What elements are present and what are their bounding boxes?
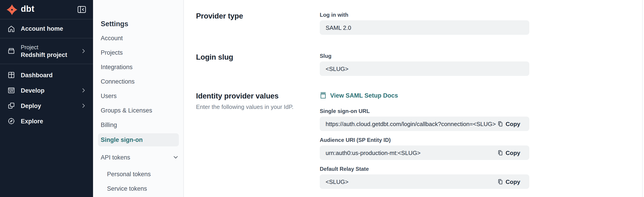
dbt-logo-mark-icon [6,4,18,15]
provider-type-section: Provider type Log in with SAML 2.0 [196,12,529,41]
sidebar-item-label: Explore [21,118,87,124]
login-with-field-group: Log in with SAML 2.0 [320,12,529,35]
api-tokens-submenu: Personal tokens Service tokens [101,164,179,196]
settings-item-users[interactable]: Users [101,89,179,104]
field-label: Slug [320,53,529,59]
copy-icon [497,149,503,156]
explore-icon [7,117,15,125]
identity-provider-values-section: Identity provider values Enter the follo… [196,92,529,195]
settings-title: Settings [101,20,179,31]
copy-button[interactable]: Copy [497,178,524,185]
project-name: Redshift project [21,51,75,58]
audience-uri-field-group: Audience URI (SP Entity ID) urn:auth0:us… [320,137,529,160]
field-value: https://auth.cloud.getdbt.com/login/call… [326,120,497,127]
docs-icon [320,92,326,99]
sidebar-item-label: Deploy [21,102,75,109]
sidebar-item-deploy[interactable]: Deploy [0,98,93,114]
sidebar-item-project[interactable]: Project Redshift project [0,38,93,64]
settings-item-personal-tokens[interactable]: Personal tokens [107,167,179,182]
app-sidebar: dbt Account home [0,0,93,197]
section-description: Enter the following values in your IdP. [196,104,311,110]
dbt-logo-word: dbt [21,4,34,14]
audience-uri-input[interactable]: urn:auth0:us-production-mt:<SLUG> Copy [320,146,529,160]
login-with-input[interactable]: SAML 2.0 [320,20,529,35]
sidebar-item-label: Account home [21,25,63,32]
field-label: Audience URI (SP Entity ID) [320,137,529,143]
field-label: Log in with [320,12,529,18]
settings-item-billing[interactable]: Billing [101,118,179,132]
slug-input[interactable]: <SLUG> [320,62,529,76]
settings-item-api-tokens[interactable]: API tokens [101,150,179,164]
sidebar-item-label: Dashboard [21,72,87,78]
default-relay-state-input[interactable]: <SLUG> Copy [320,174,529,189]
copy-label: Copy [506,149,520,156]
settings-item-groups-licenses[interactable]: Groups & Licenses [101,104,179,118]
field-label: Default Relay State [320,166,529,172]
chevron-right-icon [80,102,87,109]
settings-nav: Account Projects Integrations Connection… [101,31,179,196]
copy-label: Copy [506,178,520,185]
settings-item-connections[interactable]: Connections [101,74,179,89]
field-value: <SLUG> [326,65,524,72]
settings-item-account[interactable]: Account [101,31,179,46]
copy-label: Copy [506,120,520,127]
copy-icon [497,178,503,185]
chevron-right-icon [80,48,87,54]
active-item-highlight: Single sign-on [98,133,179,146]
field-label: Single sign-on URL [320,108,529,114]
page: dbt Account home [0,0,644,197]
link-label: View SAML Setup Docs [330,92,398,99]
sidebar-item-explore[interactable]: Explore [0,114,93,129]
copy-button[interactable]: Copy [497,120,524,127]
field-value: SAML 2.0 [326,24,524,31]
collapse-sidebar-button[interactable] [77,6,86,13]
project-kicker: Project [21,44,75,50]
section-heading: Identity provider values [196,92,311,100]
settings-item-single-sign-on[interactable]: Single sign-on [101,132,179,147]
settings-item-projects[interactable]: Projects [101,46,179,60]
sidebar-item-account-home[interactable]: Account home [0,20,93,38]
dashboard-icon [7,71,15,79]
copy-button[interactable]: Copy [497,149,524,156]
sso-url-input[interactable]: https://auth.cloud.getdbt.com/login/call… [320,116,529,131]
view-saml-setup-docs-link[interactable]: View SAML Setup Docs [320,92,529,99]
sidebar-header: dbt [0,0,93,20]
slug-field-group: Slug <SLUG> [320,53,529,76]
settings-sidebar: Settings Account Projects Integrations C… [93,0,184,197]
chevron-right-icon [80,87,87,94]
api-tokens-label: API tokens [101,154,130,161]
sidebar-menu: Dashboard Develop [0,64,93,129]
chevron-down-icon [172,154,179,160]
settings-item-service-tokens[interactable]: Service tokens [107,182,179,196]
home-icon [7,24,15,33]
section-heading: Login slug [196,53,311,62]
deploy-icon [7,102,15,110]
dbt-logo[interactable]: dbt [6,4,34,15]
settings-item-integrations[interactable]: Integrations [101,60,179,74]
copy-icon [497,120,503,127]
sidebar-item-dashboard[interactable]: Dashboard [0,67,93,83]
sso-url-field-group: Single sign-on URL https://auth.cloud.ge… [320,108,529,131]
sidebar-item-develop[interactable]: Develop [0,83,93,98]
field-value: <SLUG> [326,178,497,185]
field-value: urn:auth0:us-production-mt:<SLUG> [326,149,497,156]
section-heading: Provider type [196,12,311,20]
login-slug-section: Login slug Slug <SLUG> [196,53,529,82]
default-relay-state-field-group: Default Relay State <SLUG> Copy [320,166,529,189]
project-text: Project Redshift project [21,44,75,58]
project-icon [7,47,15,55]
scroll-gutter [642,0,643,197]
sidebar-item-label: Develop [21,87,75,94]
develop-icon [7,86,15,94]
